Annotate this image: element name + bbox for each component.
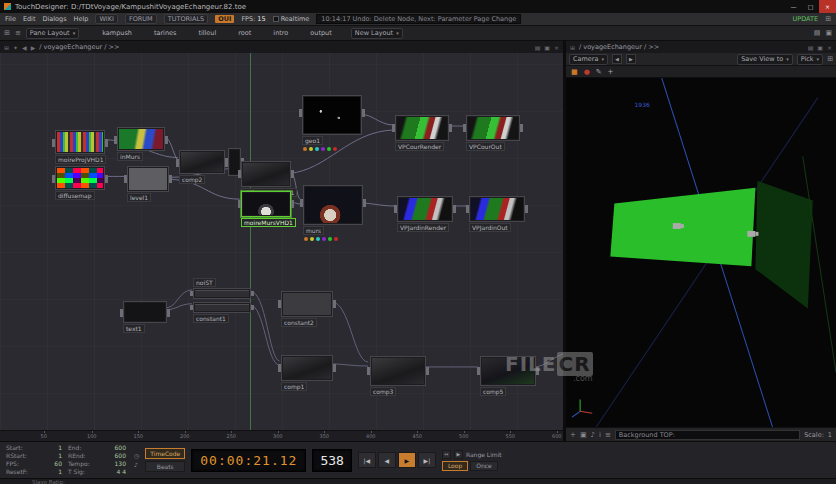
flag-dot-icon[interactable] — [321, 147, 325, 151]
timeline-field-rstart[interactable]: RStart:1 — [4, 452, 64, 460]
node-VPCourRender[interactable]: VPCourRender — [395, 115, 449, 141]
timeline-field-start[interactable]: Start:1 — [4, 444, 64, 452]
wiki-link[interactable]: WIKI — [95, 14, 118, 24]
node-noiST[interactable]: noiST — [193, 288, 251, 299]
metronome-icon[interactable]: ♪ — [134, 461, 139, 468]
node-level1[interactable]: level1 — [127, 166, 169, 192]
list-icon[interactable]: ≡ — [605, 431, 611, 439]
node-flag-dots[interactable] — [303, 147, 337, 151]
loop-button[interactable]: Loop — [442, 461, 468, 471]
close-button[interactable]: × — [819, 0, 836, 13]
prev-camera-button[interactable]: ◀ — [612, 54, 622, 64]
flag-dot-icon[interactable] — [333, 147, 337, 151]
nav-forward-icon[interactable]: ▶ — [31, 44, 36, 51]
node-comp2[interactable]: comp2 — [179, 150, 225, 174]
node-inMurs[interactable]: inMurs — [117, 127, 165, 151]
timeline-field-resetf[interactable]: ResetF:1 — [4, 468, 64, 476]
nav-back-icon[interactable]: ◀ — [22, 44, 27, 51]
node-constant1[interactable]: constant1 — [193, 302, 251, 313]
beats-mode-button[interactable]: Beats — [145, 461, 185, 472]
node-moireProjVHD1[interactable]: moireProjVHD1 — [55, 130, 105, 154]
new-layout-dropdown[interactable]: New Layout ▾ — [351, 28, 403, 39]
layout-tab-tarines[interactable]: tarines — [154, 29, 177, 37]
update-notice[interactable]: UPDATE — [793, 15, 819, 23]
tutorials-link[interactable]: TUTORIALS — [164, 14, 208, 24]
play-button[interactable]: ▶ — [398, 452, 416, 468]
timeline-field-fps[interactable]: FPS:60 — [4, 460, 64, 468]
flag-dot-icon[interactable] — [322, 237, 326, 241]
menu-help[interactable]: Help — [74, 15, 89, 23]
step-back-button[interactable]: ◀ — [378, 452, 396, 468]
forum-link[interactable]: FORUM — [125, 14, 157, 24]
node-diffusemapMult1[interactable]: diffusemapMult1 — [241, 161, 291, 187]
network-playhead[interactable] — [250, 53, 251, 430]
network-breadcrumb[interactable]: / voyageEchangeur / >> — [39, 43, 119, 51]
node-geo1[interactable]: geo1 — [302, 95, 362, 135]
record-icon[interactable]: ● — [584, 68, 590, 76]
node-VPJardinOut[interactable]: VPJardinOut — [469, 196, 525, 222]
node-VPJardinRender[interactable]: VPJardinRender — [397, 196, 453, 222]
node-comp1[interactable]: comp1 — [281, 355, 333, 381]
node-constant2[interactable]: constant2 — [281, 291, 333, 317]
crosshair-icon[interactable]: + — [608, 68, 614, 76]
minimize-button[interactable]: — — [785, 0, 802, 13]
info-icon[interactable]: i — [599, 431, 601, 439]
pane-layout-dropdown[interactable]: Pane Layout ▾ — [26, 28, 79, 39]
field-value[interactable]: 130 — [115, 460, 126, 468]
flag-dot-icon[interactable] — [310, 237, 314, 241]
list-icon[interactable]: ≡ — [15, 29, 21, 37]
viewport-3d-scene[interactable]: 1936 — [566, 78, 836, 427]
viewport-breadcrumb[interactable]: / voyageEchangeur / >> — [579, 43, 659, 51]
save-view-dropdown[interactable]: Save View to ▾ — [737, 54, 793, 65]
bookmark-icon[interactable]: ✦ — [13, 44, 18, 51]
pick-dropdown[interactable]: Pick ▾ — [797, 54, 823, 65]
next-camera-button[interactable]: ▶ — [626, 54, 636, 64]
timeline-field-tempo[interactable]: Tempo:130 — [66, 460, 128, 468]
timecode-mode-button[interactable]: TimeCode — [145, 448, 185, 459]
node-flag-dots[interactable] — [304, 237, 338, 241]
jump-end-button[interactable]: ▶| — [418, 452, 436, 468]
layout-tab-intro[interactable]: intro — [273, 29, 288, 37]
field-value[interactable]: 600 — [115, 452, 126, 460]
flag-dot-icon[interactable] — [316, 237, 320, 241]
menu-edit[interactable]: Edit — [23, 15, 36, 23]
timeline-field-rend[interactable]: REnd:600 — [66, 452, 128, 460]
node-moireMursVHD1[interactable]: moireMursVHD1 — [241, 191, 291, 217]
layout-tab-output[interactable]: output — [310, 29, 331, 37]
maximize-button[interactable]: □ — [802, 0, 819, 13]
camera-dropdown[interactable]: Camera ▾ — [569, 54, 608, 65]
layout-tab-tilleul[interactable]: tilleul — [198, 29, 216, 37]
panes-icon[interactable]: ⊞ — [4, 29, 10, 37]
edit-tool-icon[interactable]: ✎ — [596, 68, 602, 76]
scale-value[interactable]: 1 — [828, 431, 832, 439]
jump-start-button[interactable]: |◀ — [358, 452, 376, 468]
pane-split-icon[interactable]: ▤ — [814, 29, 821, 37]
background-top-field[interactable]: Background TOP: — [615, 430, 800, 440]
display-toggle-icon[interactable]: ■ — [571, 68, 578, 76]
flag-dot-icon[interactable] — [304, 237, 308, 241]
field-value[interactable]: 60 — [54, 460, 62, 468]
network-canvas[interactable]: moireProjVHD1inMurscomp2diffusemapMult1g… — [0, 53, 563, 441]
once-button[interactable]: Once — [470, 461, 498, 471]
pane-maximize-icon[interactable]: ▣ — [817, 44, 823, 51]
pane-rows-icon[interactable]: ▤ — [535, 44, 541, 51]
range-clamp-icon[interactable]: ▶ — [454, 450, 463, 459]
box-icon[interactable]: ▣ — [580, 431, 587, 439]
viewport-grid-icon[interactable]: ⊞ — [827, 55, 833, 63]
note-icon[interactable]: ♪ — [591, 431, 595, 439]
node-comp5[interactable]: comp5 — [480, 356, 536, 386]
node-diffusemap[interactable]: diffusemap — [55, 166, 105, 190]
field-value[interactable]: 4 4 — [116, 468, 126, 476]
field-value[interactable]: 1 — [58, 468, 62, 476]
layout-tab-root[interactable]: root — [238, 29, 251, 37]
flag-dot-icon[interactable] — [328, 237, 332, 241]
flag-dot-icon[interactable] — [315, 147, 319, 151]
realtime-toggle[interactable]: Realtime — [273, 15, 310, 23]
field-value[interactable]: 600 — [115, 444, 126, 452]
clock-icon[interactable]: ◷ — [134, 452, 139, 459]
flag-dot-icon[interactable] — [309, 147, 313, 151]
pane-close-icon[interactable]: × — [554, 44, 559, 51]
pane-close-icon[interactable]: × — [827, 44, 832, 51]
frame-ruler[interactable]: 50100150200250300350400450500550600 — [0, 430, 563, 441]
pane-box-icon[interactable]: ▣ — [825, 29, 832, 37]
